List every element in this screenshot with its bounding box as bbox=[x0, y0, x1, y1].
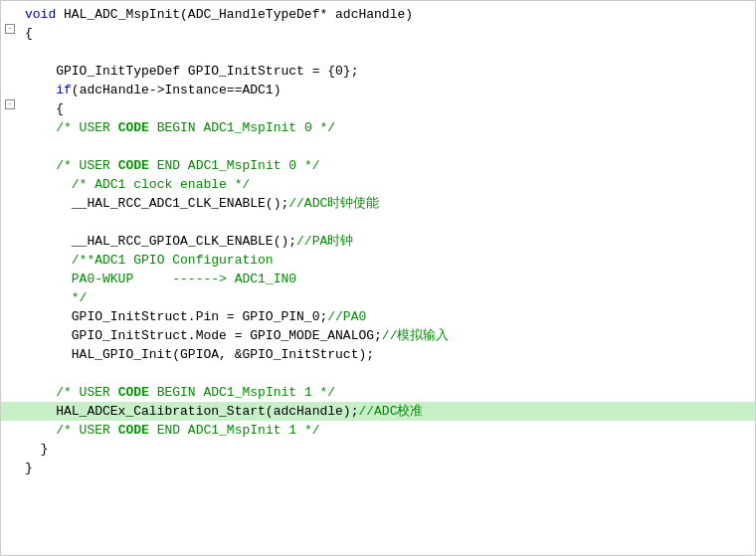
code-line-18: GPIO_InitStruct.Mode = GPIO_MODE_ANALOG;… bbox=[1, 326, 755, 345]
code-line-20 bbox=[1, 364, 755, 383]
line-content-1: void HAL_ADC_MspInit(ADC_HandleTypeDef* … bbox=[19, 5, 755, 24]
line-content-15: PA0-WKUP ------> ADC1_IN0 bbox=[19, 270, 755, 288]
code-line-21: /* USER CODE BEGIN ADC1_MspInit 1 */ bbox=[1, 383, 755, 402]
code-line-8 bbox=[1, 137, 755, 156]
line-content-6: { bbox=[19, 99, 755, 118]
line-content-16: */ bbox=[19, 288, 755, 307]
code-line-15: PA0-WKUP ------> ADC1_IN0 bbox=[1, 270, 755, 288]
line-content-17: GPIO_InitStruct.Pin = GPIO_PIN_0;//PA0 bbox=[19, 307, 755, 326]
line-content-4: GPIO_InitTypeDef GPIO_InitStruct = {0}; bbox=[19, 62, 755, 81]
line-content-3 bbox=[19, 43, 755, 62]
line-content-8 bbox=[19, 137, 755, 156]
line-content-14: /**ADC1 GPIO Configuration bbox=[19, 251, 755, 270]
code-line-7: /* USER CODE BEGIN ADC1_MspInit 0 */ bbox=[1, 118, 755, 137]
code-line-2: - { bbox=[1, 24, 755, 43]
code-line-16: */ bbox=[1, 288, 755, 307]
fold-icon-2[interactable]: - bbox=[5, 24, 15, 34]
line-content-23: /* USER CODE END ADC1_MspInit 1 */ bbox=[19, 421, 755, 440]
code-line-22: HAL_ADCEx_Calibration_Start(adcHandle);/… bbox=[1, 402, 755, 421]
code-line-14: /**ADC1 GPIO Configuration bbox=[1, 251, 755, 270]
line-content-21: /* USER CODE BEGIN ADC1_MspInit 1 */ bbox=[19, 383, 755, 402]
code-line-5: if(adcHandle->Instance==ADC1) bbox=[1, 81, 755, 99]
code-line-19: HAL_GPIO_Init(GPIOA, &GPIO_InitStruct); bbox=[1, 345, 755, 364]
line-content-12 bbox=[19, 213, 755, 232]
code-line-6: - { bbox=[1, 99, 755, 118]
line-content-2: { bbox=[19, 24, 755, 43]
code-line-10: /* ADC1 clock enable */ bbox=[1, 175, 755, 194]
code-line-24: } bbox=[1, 440, 755, 459]
code-line-9: /* USER CODE END ADC1_MspInit 0 */ bbox=[1, 156, 755, 175]
line-content-11: __HAL_RCC_ADC1_CLK_ENABLE();//ADC时钟使能 bbox=[19, 194, 755, 213]
line-content-24: } bbox=[19, 440, 755, 459]
code-line-23: /* USER CODE END ADC1_MspInit 1 */ bbox=[1, 421, 755, 440]
fold-icon-6[interactable]: - bbox=[5, 99, 15, 109]
line-content-22: HAL_ADCEx_Calibration_Start(adcHandle);/… bbox=[19, 402, 755, 421]
code-line-25: } bbox=[1, 459, 755, 477]
line-content-13: __HAL_RCC_GPIOA_CLK_ENABLE();//PA时钟 bbox=[19, 232, 755, 251]
line-content-20 bbox=[19, 364, 755, 383]
code-line-12 bbox=[1, 213, 755, 232]
line-content-10: /* ADC1 clock enable */ bbox=[19, 175, 755, 194]
code-line-13: __HAL_RCC_GPIOA_CLK_ENABLE();//PA时钟 bbox=[1, 232, 755, 251]
code-line-11: __HAL_RCC_ADC1_CLK_ENABLE();//ADC时钟使能 bbox=[1, 194, 755, 213]
code-line-1: void HAL_ADC_MspInit(ADC_HandleTypeDef* … bbox=[1, 5, 755, 24]
code-line-4: GPIO_InitTypeDef GPIO_InitStruct = {0}; bbox=[1, 62, 755, 81]
code-line-17: GPIO_InitStruct.Pin = GPIO_PIN_0;//PA0 bbox=[1, 307, 755, 326]
line-content-25: } bbox=[19, 459, 755, 477]
line-content-7: /* USER CODE BEGIN ADC1_MspInit 0 */ bbox=[19, 118, 755, 137]
fold-gutter-6[interactable]: - bbox=[1, 99, 19, 109]
code-editor: void HAL_ADC_MspInit(ADC_HandleTypeDef* … bbox=[0, 0, 756, 556]
code-line-3 bbox=[1, 43, 755, 62]
code-area: void HAL_ADC_MspInit(ADC_HandleTypeDef* … bbox=[1, 1, 755, 481]
fold-gutter-2[interactable]: - bbox=[1, 24, 19, 34]
line-content-9: /* USER CODE END ADC1_MspInit 0 */ bbox=[19, 156, 755, 175]
line-content-5: if(adcHandle->Instance==ADC1) bbox=[19, 81, 755, 99]
line-content-19: HAL_GPIO_Init(GPIOA, &GPIO_InitStruct); bbox=[19, 345, 755, 364]
line-content-18: GPIO_InitStruct.Mode = GPIO_MODE_ANALOG;… bbox=[19, 326, 755, 345]
